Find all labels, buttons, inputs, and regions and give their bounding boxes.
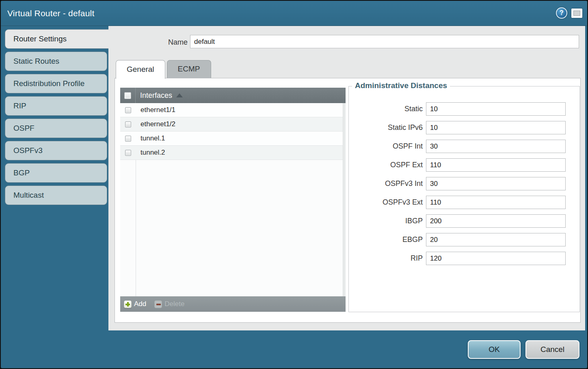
interface-name: ethernet1/2 (141, 120, 175, 128)
admin-distance-row-ospf-ext: OSPF Ext (349, 158, 579, 172)
admin-distance-row-ospfv3-int: OSPFv3 Int (349, 177, 579, 190)
delete-button[interactable]: Delete (154, 300, 184, 308)
sidebar-item-bgp[interactable]: BGP (5, 163, 107, 183)
admin-distance-row-ospf-int: OSPF Int (349, 140, 579, 153)
sidebar-item-ospfv3[interactable]: OSPFv3 (5, 141, 107, 160)
administrative-distances-fieldset: Administrative Distances StaticStatic IP… (348, 86, 580, 312)
vertical-scrollbar[interactable] (343, 103, 346, 296)
row-checkbox-cell (120, 150, 136, 156)
general-tab-panel: Interfaces ethernet1/1ethernet1/2tunnel.… (115, 78, 581, 323)
ospfv3-ext-input[interactable] (426, 196, 566, 209)
sidebar-item-static-routes[interactable]: Static Routes (5, 52, 107, 71)
ospf-ext-label: OSPF Ext (349, 161, 426, 169)
rip-input[interactable] (426, 252, 566, 265)
ospfv3-int-label: OSPFv3 Int (349, 179, 426, 188)
sidebar-item-redistribution-profile[interactable]: Redistribution Profile (5, 74, 107, 93)
virtual-router-dialog: Virtual Router - default ? Router Settin… (0, 0, 588, 369)
admin-distance-row-static: Static (349, 102, 579, 116)
row-checkbox[interactable] (125, 136, 131, 142)
interface-row-ethernet1-1[interactable]: ethernet1/1 (120, 103, 346, 117)
ebgp-label: EBGP (349, 235, 426, 244)
help-icon[interactable]: ? (556, 7, 567, 19)
interface-row-ethernet1-2[interactable]: ethernet1/2 (120, 117, 346, 132)
ospf-int-label: OSPF Int (349, 142, 426, 151)
interface-name: tunnel.2 (141, 149, 165, 157)
interface-row-tunnel-2[interactable]: tunnel.2 (120, 146, 346, 160)
interfaces-table-toolbar: Add Delete (120, 296, 346, 312)
sidebar-item-multicast[interactable]: Multicast (5, 186, 107, 205)
row-checkbox-cell (120, 121, 136, 127)
cancel-button[interactable]: Cancel (525, 340, 579, 359)
admin-distance-row-rip: RIP (349, 252, 579, 265)
static-label: Static (349, 105, 426, 113)
titlebar-icons: ? (556, 7, 582, 19)
header-checkbox-cell (120, 88, 136, 103)
interfaces-table-header: Interfaces (120, 88, 346, 103)
rip-label: RIP (349, 254, 426, 263)
ibgp-label: IBGP (349, 217, 426, 225)
dialog-title: Virtual Router - default (7, 9, 95, 18)
interfaces-table-body: ethernet1/1ethernet1/2tunnel.1tunnel.2 (120, 103, 346, 296)
static-input[interactable] (426, 102, 566, 116)
interface-name: ethernet1/1 (141, 106, 175, 114)
delete-button-label: Delete (164, 300, 184, 308)
sidebar: Router SettingsStatic RoutesRedistributi… (5, 29, 109, 208)
row-checkbox-cell (120, 107, 136, 113)
dialog-titlebar: Virtual Router - default ? (1, 1, 587, 26)
ospfv3-int-input[interactable] (426, 177, 566, 190)
plus-icon (124, 300, 132, 308)
ospf-ext-input[interactable] (426, 158, 566, 172)
ospfv3-ext-label: OSPFv3 Ext (349, 198, 426, 207)
static-ipv6-input[interactable] (426, 121, 566, 134)
sort-ascending-icon (176, 93, 183, 97)
ebgp-input[interactable] (426, 233, 566, 246)
tab-strip: GeneralECMP (116, 60, 211, 79)
admin-distance-row-ibgp: IBGP (349, 214, 579, 228)
add-button-label: Add (134, 300, 146, 308)
tab-ecmp[interactable]: ECMP (167, 60, 211, 78)
row-checkbox[interactable] (125, 121, 131, 127)
name-input[interactable] (190, 35, 579, 48)
sidebar-item-rip[interactable]: RIP (5, 96, 107, 116)
interfaces-table: Interfaces ethernet1/1ethernet1/2tunnel.… (120, 88, 346, 312)
row-checkbox[interactable] (125, 150, 131, 156)
ok-button[interactable]: OK (468, 340, 521, 359)
admin-distance-row-ospfv3-ext: OSPFv3 Ext (349, 196, 579, 209)
interface-row-tunnel-1[interactable]: tunnel.1 (120, 132, 346, 146)
row-checkbox-cell (120, 136, 136, 142)
window-restore-icon[interactable] (571, 9, 582, 18)
name-label: Name (108, 38, 188, 47)
content-panel: Name GeneralECMP Interfaces ethernet1/1e… (108, 26, 585, 330)
ibgp-input[interactable] (426, 214, 566, 228)
admin-distance-row-ebgp: EBGP (349, 233, 579, 246)
static-ipv6-label: Static IPv6 (349, 123, 426, 132)
sidebar-item-ospf[interactable]: OSPF (5, 119, 107, 138)
add-button[interactable]: Add (124, 300, 146, 308)
tab-general[interactable]: General (116, 60, 165, 79)
interface-name: tunnel.1 (141, 134, 165, 142)
admin-distance-row-static-ipv6: Static IPv6 (349, 121, 579, 134)
select-all-checkbox[interactable] (124, 92, 131, 99)
ospf-int-input[interactable] (426, 140, 566, 153)
sidebar-item-router-settings[interactable]: Router Settings (5, 29, 109, 49)
interfaces-column-header[interactable]: Interfaces (140, 91, 172, 100)
minus-icon (154, 300, 162, 308)
administrative-distances-legend: Administrative Distances (352, 81, 450, 90)
row-checkbox[interactable] (125, 107, 131, 113)
